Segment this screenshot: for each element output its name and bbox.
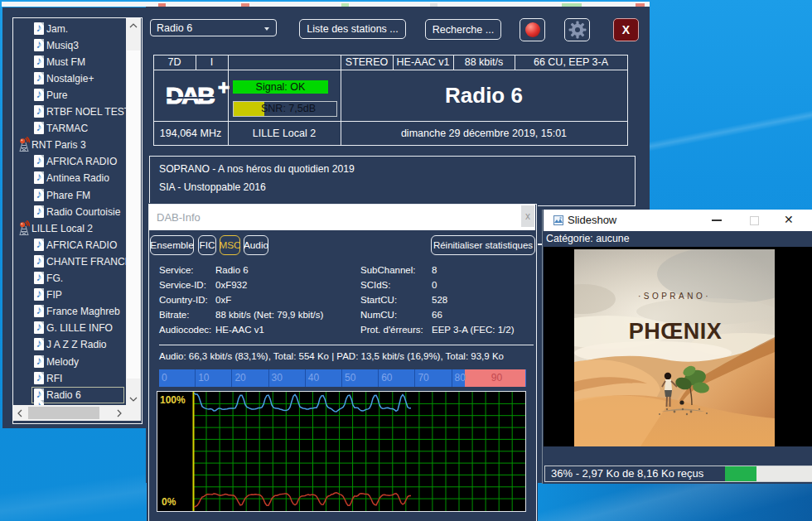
- svg-text:PHŒNIX: PHŒNIX: [629, 319, 723, 344]
- svg-text:·SOPRANO·: ·SOPRANO·: [638, 292, 711, 301]
